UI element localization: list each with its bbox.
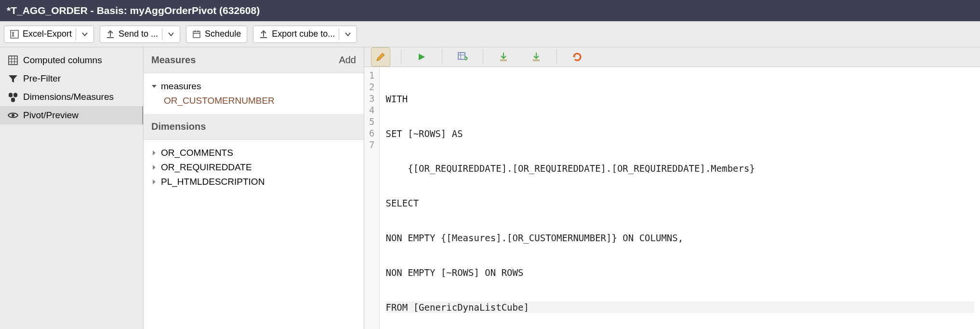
send-to-label: Send to ... bbox=[119, 29, 158, 39]
excel-export-label: Excel-Export bbox=[23, 29, 72, 39]
cubes-icon bbox=[8, 92, 18, 102]
export-cube-button[interactable]: Export cube to... bbox=[253, 26, 357, 43]
separator bbox=[339, 28, 339, 40]
sidebar-item-pivot-preview[interactable]: Pivot/Preview bbox=[0, 106, 143, 124]
dimension-item[interactable]: PL_HTMLDESCRIPTION bbox=[151, 175, 356, 189]
svg-point-3 bbox=[12, 114, 14, 117]
download-icon bbox=[531, 52, 541, 62]
code-line: {[OR_REQUIREDDATE].[OR_REQUIREDDATE].[OR… bbox=[385, 163, 974, 174]
sidebar-item-label: Computed columns bbox=[23, 55, 102, 66]
mdx-editor[interactable]: 1 2 3 4 5 6 7 WITH SET [~ROWS] AS {[OR_R… bbox=[364, 67, 980, 329]
measures-label: Measures bbox=[151, 55, 196, 66]
preview-panel: 1 2 3 4 5 6 7 WITH SET [~ROWS] AS {[OR_R… bbox=[364, 47, 980, 329]
chevron-right-icon bbox=[151, 164, 157, 170]
separator bbox=[483, 49, 483, 65]
pencil-icon bbox=[375, 52, 386, 62]
line-number: 5 bbox=[369, 116, 374, 128]
sidebar-item-label: Dimensions/Measures bbox=[23, 92, 114, 102]
export-cube-label: Export cube to... bbox=[272, 29, 335, 39]
tree-node-label: measures bbox=[161, 81, 201, 92]
eye-icon bbox=[8, 110, 18, 121]
sidebar-item-pre-filter[interactable]: Pre-Filter bbox=[0, 69, 143, 88]
refresh-icon bbox=[572, 52, 583, 62]
separator bbox=[442, 49, 442, 65]
dimensions-header: Dimensions bbox=[144, 114, 364, 140]
schedule-button[interactable]: Schedule bbox=[186, 26, 247, 43]
sidebar-item-computed-columns[interactable]: Computed columns bbox=[0, 51, 143, 69]
code-line: WITH bbox=[385, 93, 974, 105]
separator bbox=[162, 28, 162, 40]
upload-icon bbox=[259, 30, 268, 39]
measure-item[interactable]: OR_CUSTOMERNUMBER bbox=[151, 94, 356, 108]
code-area[interactable]: WITH SET [~ROWS] AS {[OR_REQUIREDDATE].[… bbox=[380, 67, 980, 329]
excel-export-button[interactable]: Excel-Export bbox=[4, 26, 94, 43]
svg-rect-1 bbox=[193, 31, 200, 38]
upload-icon bbox=[106, 30, 115, 39]
table-arrow-icon bbox=[457, 52, 468, 62]
sidebar-item-label: Pre-Filter bbox=[23, 73, 61, 84]
code-line: SELECT bbox=[385, 197, 974, 209]
line-number: 1 bbox=[369, 70, 374, 82]
line-number: 2 bbox=[369, 82, 374, 93]
svg-rect-2 bbox=[9, 56, 17, 65]
measures-root-node[interactable]: measures bbox=[151, 79, 356, 94]
dimensions-label: Dimensions bbox=[151, 121, 206, 132]
dimension-item[interactable]: OR_REQUIREDDATE bbox=[151, 160, 356, 175]
calendar-icon bbox=[192, 30, 201, 39]
download-2-button[interactable] bbox=[527, 47, 546, 67]
sidebar-item-label: Pivot/Preview bbox=[23, 110, 79, 121]
separator bbox=[401, 49, 401, 65]
sidebar: Computed columns Pre-Filter Dimensions/M… bbox=[0, 47, 144, 329]
run-button[interactable] bbox=[412, 47, 431, 67]
window-titlebar: *T_AGG_ORDER - Basis: myAggOrderPivot (6… bbox=[0, 0, 980, 21]
tree-node-label: PL_HTMLDESCRIPTION bbox=[161, 177, 265, 187]
code-line: SET [~ROWS] AS bbox=[385, 128, 974, 139]
line-gutter: 1 2 3 4 5 6 7 bbox=[364, 67, 380, 329]
chevron-right-icon bbox=[151, 179, 157, 185]
separator bbox=[556, 49, 557, 65]
excel-icon bbox=[10, 30, 19, 39]
refresh-button[interactable] bbox=[568, 47, 587, 67]
chevron-down-icon bbox=[151, 83, 157, 89]
code-line: NON EMPTY {[Measures].[OR_CUSTOMERNUMBER… bbox=[385, 232, 974, 244]
measures-header: Measures Add bbox=[144, 47, 364, 73]
line-number: 3 bbox=[369, 93, 374, 105]
line-number: 4 bbox=[369, 105, 374, 116]
chevron-down-icon[interactable] bbox=[82, 31, 88, 37]
chevron-right-icon bbox=[151, 150, 157, 156]
main-area: Computed columns Pre-Filter Dimensions/M… bbox=[0, 47, 980, 329]
line-number: 6 bbox=[369, 128, 374, 139]
edit-button[interactable] bbox=[371, 47, 390, 67]
funnel-icon bbox=[8, 73, 18, 84]
svg-rect-6 bbox=[533, 59, 540, 61]
sidebar-item-dimensions-measures[interactable]: Dimensions/Measures bbox=[0, 88, 143, 106]
measures-tree: measures OR_CUSTOMERNUMBER bbox=[144, 73, 364, 114]
tree-node-label: OR_COMMENTS bbox=[161, 148, 233, 158]
tree-node-label: OR_REQUIREDDATE bbox=[161, 162, 252, 173]
measures-dimensions-panel: Measures Add measures OR_CUSTOMERNUMBER … bbox=[144, 47, 364, 329]
chevron-down-icon[interactable] bbox=[168, 31, 174, 37]
download-icon bbox=[499, 52, 508, 62]
code-line: NON EMPTY [~ROWS] ON ROWS bbox=[385, 267, 974, 278]
svg-rect-0 bbox=[11, 30, 18, 38]
grid-icon bbox=[8, 55, 18, 66]
schedule-label: Schedule bbox=[205, 29, 241, 39]
table-paste-button[interactable] bbox=[453, 47, 472, 67]
chevron-down-icon[interactable] bbox=[345, 31, 351, 37]
line-number: 7 bbox=[369, 139, 374, 151]
add-measure-button[interactable]: Add bbox=[339, 55, 356, 66]
dimensions-tree: OR_COMMENTS OR_REQUIREDDATE PL_HTMLDESCR… bbox=[144, 140, 364, 195]
mdx-toolbar bbox=[364, 47, 980, 67]
tree-node-label: OR_CUSTOMERNUMBER bbox=[164, 96, 275, 106]
svg-rect-4 bbox=[458, 53, 465, 59]
send-to-button[interactable]: Send to ... bbox=[100, 26, 180, 43]
dimension-item[interactable]: OR_COMMENTS bbox=[151, 146, 356, 160]
main-toolbar: Excel-Export Send to ... Schedule Export… bbox=[0, 21, 980, 47]
window-title: *T_AGG_ORDER - Basis: myAggOrderPivot (6… bbox=[7, 5, 260, 16]
play-icon bbox=[417, 53, 426, 61]
download-1-button[interactable] bbox=[494, 47, 513, 67]
code-line: FROM [GenericDynaListCube] bbox=[385, 302, 974, 313]
svg-rect-5 bbox=[500, 59, 507, 61]
separator bbox=[76, 28, 76, 40]
